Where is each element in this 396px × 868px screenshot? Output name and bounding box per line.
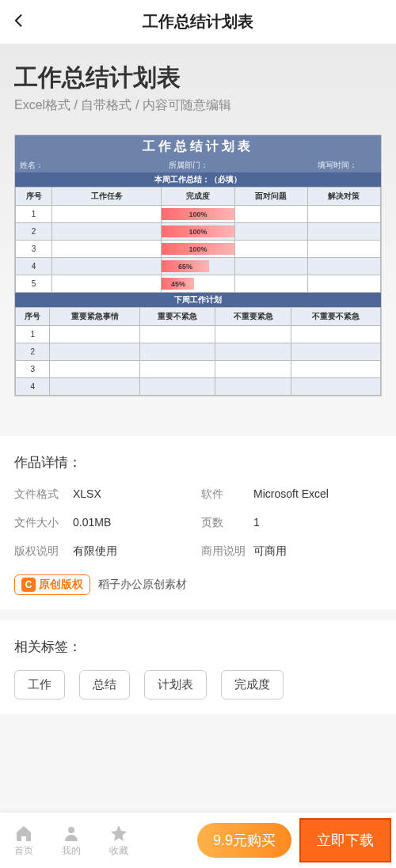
sheet-meta: 姓名： 所属部门： 填写时间： (15, 158, 381, 172)
sheet-section1: 本周工作总结：（必填） (15, 172, 381, 187)
cell-empty (139, 326, 215, 343)
progress-bar: 100% (162, 208, 234, 220)
nav-fav-label: 收藏 (109, 844, 128, 858)
detail-label: 商用说明 (201, 544, 253, 559)
sheet-section2: 下周工作计划 (15, 293, 381, 307)
cell-empty (50, 343, 139, 361)
download-button[interactable]: 立即下载 (299, 818, 391, 862)
cell-empty (215, 343, 291, 361)
detail-value: XLSX (73, 487, 201, 502)
detail-value: 1 (253, 516, 382, 530)
cell-task (52, 241, 162, 258)
nav-mine[interactable]: 我的 (48, 824, 95, 858)
cell-empty (139, 361, 215, 378)
tbl1-header: 完成度 (162, 188, 234, 206)
details-title: 作品详情： (14, 453, 382, 472)
cell-empty (215, 378, 291, 396)
tag-chip[interactable]: 总结 (79, 670, 130, 699)
cell-solution (307, 223, 380, 241)
details-section: 作品详情： 文件格式XLSX软件Microsoft Excel文件大小0.01M… (0, 436, 396, 609)
preview-title: 工作总结计划表 (14, 62, 382, 94)
cell-task (52, 206, 162, 223)
tbl1-header: 面对问题 (234, 188, 307, 206)
tbl2-header: 重要不紧急 (139, 308, 215, 326)
copyright-icon: C (21, 578, 36, 592)
sheet-meta-date: 填写时间： (246, 160, 381, 171)
cell-empty (50, 326, 139, 343)
sheet-table-2: 序号重要紧急事情重要不紧急不重要紧急不重要不紧急 1234 (15, 307, 381, 396)
svg-point-0 (68, 827, 74, 833)
detail-label: 页数 (201, 516, 253, 530)
detail-value: 有限使用 (73, 544, 201, 559)
cell-seq: 2 (16, 223, 52, 241)
buy-button[interactable]: 9.9元购买 (197, 823, 291, 858)
cell-seq: 3 (16, 241, 52, 258)
back-icon[interactable] (11, 11, 33, 33)
details-grid: 文件格式XLSX软件Microsoft Excel文件大小0.01MB页数1版权… (14, 487, 382, 559)
detail-value: 0.01MB (73, 516, 201, 530)
nav-home-label: 首页 (14, 844, 33, 858)
table-row: 2100% (16, 223, 381, 241)
original-badge: C 原创版权 (14, 574, 90, 595)
nav-fav[interactable]: 收藏 (95, 824, 143, 858)
cell-solution (307, 275, 380, 293)
table-row: 1100% (16, 206, 381, 223)
detail-value: Microsoft Excel (253, 487, 382, 502)
tbl2-header: 不重要不紧急 (291, 308, 380, 326)
tbl1-header: 解决对策 (307, 188, 380, 206)
cell-empty (139, 343, 215, 361)
tags-row: 工作总结计划表完成度 (14, 670, 382, 699)
cell-empty (291, 361, 380, 378)
user-icon (62, 824, 81, 843)
cell-seq: 4 (16, 378, 50, 396)
cell-empty (291, 343, 380, 361)
sheet-preview: 工作总结计划表 姓名： 所属部门： 填写时间： 本周工作总结：（必填） 序号工作… (14, 135, 382, 396)
tbl1-header: 序号 (16, 188, 52, 206)
cell-task (52, 223, 162, 241)
tag-chip[interactable]: 完成度 (221, 670, 284, 699)
detail-label: 软件 (201, 487, 253, 502)
cell-seq: 1 (16, 326, 50, 343)
nav-mine-label: 我的 (62, 844, 81, 858)
table-row: 545% (16, 275, 381, 293)
original-row: C 原创版权 稻子办公原创素材 (14, 574, 382, 595)
cell-seq: 3 (16, 361, 50, 378)
table-row: 1 (16, 326, 381, 343)
cell-empty (139, 378, 215, 396)
cell-progress: 100% (162, 241, 234, 258)
detail-value: 可商用 (253, 544, 382, 559)
progress-bar: 45% (162, 278, 194, 290)
cell-progress: 45% (162, 275, 234, 293)
cell-seq: 2 (16, 343, 50, 361)
detail-label: 文件大小 (14, 516, 73, 530)
cell-solution (307, 241, 380, 258)
tag-chip[interactable]: 工作 (14, 670, 65, 699)
original-text: 稻子办公原创素材 (98, 578, 187, 592)
nav-home[interactable]: 首页 (0, 824, 48, 858)
sheet-title: 工作总结计划表 (15, 135, 381, 158)
cell-issue (234, 258, 307, 275)
cell-empty (291, 378, 380, 396)
progress-bar: 100% (162, 243, 234, 255)
table-row: 4 (16, 378, 381, 396)
cell-task (52, 258, 162, 275)
progress-bar: 100% (162, 226, 234, 237)
original-badge-text: 原创版权 (39, 578, 83, 592)
cell-progress: 65% (162, 258, 234, 275)
sheet-meta-name: 姓名： (15, 160, 131, 171)
cell-issue (234, 275, 307, 293)
cell-empty (215, 326, 291, 343)
sheet-meta-dept: 所属部门： (131, 160, 246, 171)
cell-empty (50, 378, 139, 396)
cell-empty (50, 361, 139, 378)
page-title: 工作总结计划表 (33, 11, 363, 32)
tag-chip[interactable]: 计划表 (144, 670, 207, 699)
preview-subtitle: Excel格式 / 自带格式 / 内容可随意编辑 (14, 97, 382, 114)
sheet-table-1: 序号工作任务完成度面对问题解决对策 1100%2100%3100%465%545… (15, 187, 381, 293)
cell-issue (234, 206, 307, 223)
detail-label: 文件格式 (14, 487, 73, 502)
table-row: 3 (16, 361, 381, 378)
home-icon (14, 824, 33, 843)
cell-solution (307, 258, 380, 275)
cell-progress: 100% (162, 206, 234, 223)
